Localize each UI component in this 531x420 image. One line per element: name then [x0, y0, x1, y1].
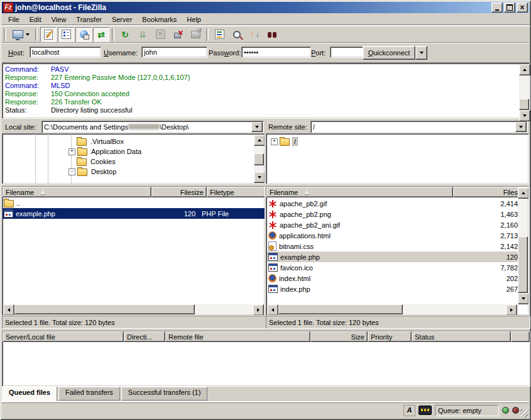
- remote-site-combobox[interactable]: /: [310, 121, 528, 133]
- column-header-status[interactable]: Status: [412, 331, 511, 342]
- scroll-left-button[interactable]: [267, 304, 278, 316]
- scrollbar-thumb[interactable]: [278, 304, 403, 314]
- column-header-filler: [511, 331, 530, 342]
- maximize-icon: [506, 4, 513, 11]
- toggle-transfer-queue-button[interactable]: [93, 27, 109, 42]
- column-header-size[interactable]: Size: [310, 331, 368, 342]
- close-button[interactable]: ×: [517, 3, 528, 13]
- scrollbar-thumb[interactable]: [254, 153, 264, 165]
- menu-server[interactable]: Server: [107, 14, 137, 25]
- toggle-remote-tree-button[interactable]: [75, 27, 92, 42]
- find-files-button[interactable]: [264, 27, 280, 42]
- username-input[interactable]: [141, 47, 207, 58]
- tree-item-virtualbox[interactable]: .VirtualBox: [77, 136, 125, 146]
- menu-file[interactable]: File: [3, 14, 25, 25]
- port-input[interactable]: [330, 47, 364, 58]
- tab-failed-transfers[interactable]: Failed transfers: [58, 387, 120, 401]
- transfer-type-indicator[interactable]: A: [403, 405, 415, 416]
- refresh-button[interactable]: [117, 27, 133, 42]
- scroll-down-button[interactable]: [254, 172, 265, 183]
- tree-item-root[interactable]: + /: [271, 136, 298, 146]
- speed-limits-icon[interactable]: [419, 406, 432, 415]
- file-row-example-php[interactable]: example.php 120 PHP File 1: [3, 208, 265, 219]
- file-row[interactable]: apache_pb2.gif 2,414: [267, 198, 518, 209]
- tab-queued-files[interactable]: Queued files: [2, 387, 57, 402]
- disconnect-button[interactable]: [170, 27, 186, 42]
- menu-help[interactable]: Help: [182, 14, 206, 25]
- local-tree-scrollbar[interactable]: [254, 135, 264, 183]
- log-scrollbar[interactable]: [519, 64, 529, 118]
- column-header-priority[interactable]: Priority: [368, 331, 412, 342]
- scroll-down-button[interactable]: [518, 293, 529, 304]
- scrollbar-track[interactable]: [519, 75, 529, 99]
- password-input[interactable]: [241, 47, 311, 58]
- file-row-parent-directory[interactable]: ..: [3, 197, 265, 208]
- file-row[interactable]: applications.html 2,713: [267, 230, 518, 241]
- scroll-down-button[interactable]: [519, 110, 530, 121]
- tree-item-cookies[interactable]: Cookies: [77, 157, 117, 167]
- column-header-filetype[interactable]: Filetype: [207, 187, 265, 197]
- scroll-up-button[interactable]: [254, 135, 265, 146]
- resize-grip[interactable]: [520, 409, 528, 417]
- open-folder-icon: [280, 138, 290, 146]
- expand-icon[interactable]: +: [68, 148, 75, 155]
- local-list-hscrollbar[interactable]: [3, 304, 264, 314]
- scrollbar-track[interactable]: [403, 304, 506, 314]
- menu-transfer[interactable]: Transfer: [71, 14, 107, 25]
- menu-view[interactable]: View: [47, 14, 72, 25]
- file-row[interactable]: apache_pb2.png 1,463: [267, 209, 518, 219]
- reconnect-button[interactable]: [187, 27, 204, 42]
- local-site-combobox[interactable]: C:\Documents and Settings\Desktop\: [41, 121, 264, 133]
- remote-list-vscrollbar[interactable]: [518, 187, 528, 304]
- site-manager-button[interactable]: [9, 27, 33, 42]
- synchronized-browsing-button[interactable]: [246, 27, 263, 42]
- quickconnect-button[interactable]: Quickconnect: [363, 46, 415, 60]
- expand-icon[interactable]: +: [271, 138, 278, 145]
- column-header-server-local-file[interactable]: Server/Local file: [3, 331, 124, 342]
- collapse-icon[interactable]: -: [68, 169, 75, 175]
- local-directory-tree: .VirtualBox + Application Data Cookies -…: [2, 133, 265, 184]
- column-header-filesize[interactable]: Filesize: [151, 187, 207, 197]
- remote-site-dropdown-button[interactable]: [515, 122, 527, 132]
- file-row[interactable]: favicon.ico 7,782: [267, 262, 518, 273]
- toggle-message-log-button[interactable]: [40, 27, 57, 42]
- scroll-left-button[interactable]: [3, 304, 14, 316]
- file-row[interactable]: index.html 202: [267, 273, 518, 284]
- cancel-operation-button[interactable]: [152, 27, 168, 42]
- scroll-up-button[interactable]: [518, 187, 529, 199]
- column-header-filename[interactable]: Filename: [3, 187, 151, 197]
- quickconnect-dropdown-button[interactable]: [415, 46, 427, 60]
- scrollbar-thumb[interactable]: [518, 236, 528, 293]
- scrollbar-track[interactable]: [254, 146, 264, 153]
- menu-edit[interactable]: Edit: [25, 14, 47, 25]
- scrollbar-thumb[interactable]: [519, 99, 529, 110]
- tab-successful-transfers[interactable]: Successful transfers (1): [121, 387, 208, 401]
- column-header-direction[interactable]: Directi...: [124, 331, 165, 342]
- maximize-button[interactable]: [504, 3, 515, 13]
- scrollbar-track[interactable]: [518, 199, 528, 236]
- local-site-dropdown-button[interactable]: [251, 122, 263, 132]
- tree-item-desktop[interactable]: - Desktop: [68, 167, 118, 177]
- process-queue-button[interactable]: [134, 27, 151, 42]
- file-row[interactable]: apache_pb2_ani.gif 2,160: [267, 219, 518, 230]
- scrollbar-thumb[interactable]: [14, 304, 195, 314]
- scroll-right-button[interactable]: [506, 304, 517, 316]
- tree-item-application-data[interactable]: + Application Data: [68, 146, 143, 157]
- scrollbar-track[interactable]: [254, 165, 264, 172]
- host-input[interactable]: [30, 47, 101, 58]
- title-bar[interactable]: Fz john@localhost - FileZilla ×: [2, 2, 529, 13]
- menu-bookmarks[interactable]: Bookmarks: [137, 14, 182, 25]
- scroll-right-button[interactable]: [253, 304, 264, 316]
- scroll-up-button[interactable]: [519, 64, 530, 75]
- file-row[interactable]: bitnami.css 2,142: [267, 241, 518, 251]
- file-row[interactable]: index.php 267: [267, 284, 518, 294]
- toggle-local-tree-button[interactable]: [58, 27, 74, 42]
- compare-directories-button[interactable]: [229, 27, 245, 42]
- minimize-button[interactable]: [491, 3, 503, 13]
- column-header-filename[interactable]: Filename: [266, 187, 453, 197]
- directory-listing-filters-button[interactable]: [211, 27, 227, 42]
- file-row-selected[interactable]: example.php 120: [267, 251, 518, 262]
- scrollbar-track[interactable]: [195, 304, 253, 314]
- remote-list-hscrollbar[interactable]: [267, 304, 517, 314]
- column-header-remote-file[interactable]: Remote file: [165, 331, 310, 342]
